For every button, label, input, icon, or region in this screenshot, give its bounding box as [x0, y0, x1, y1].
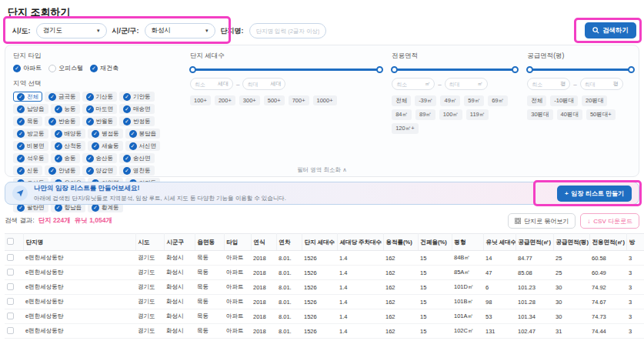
exclusive-area-slider-handle-max[interactable] — [512, 66, 519, 73]
region-chip[interactable]: ✓ 산척동 — [51, 141, 86, 151]
results-buttons: 단지로 묶어보기 ↓ CSV 다운로드 — [508, 213, 639, 229]
region-chip[interactable]: ✓ 봉담읍 — [125, 129, 161, 139]
household-slider-handle-max[interactable] — [376, 66, 383, 73]
region-chip[interactable]: ✓ 능동 — [51, 104, 80, 114]
quick-filter-chip[interactable]: -39㎡ — [415, 95, 436, 106]
region-chip[interactable]: ✓ 목동 — [13, 116, 42, 126]
collapse-filter-link[interactable]: 필터 영역 최소화 ∧ — [5, 166, 639, 174]
exclusive-area-slider-handle-min[interactable] — [391, 66, 398, 73]
quick-filter-chip[interactable]: 119㎡ — [466, 109, 489, 120]
table-row[interactable]: e편한세상동탄경기도화성시목동아파트20188.01.15261.4162151… — [5, 339, 644, 341]
table-cell: 109A㎡ — [452, 339, 483, 341]
type-checkbox[interactable]: ✓ 오피스텔 — [48, 64, 83, 72]
table-row[interactable]: e편한세상동탄경기도화성시목동아파트20188.01.15261.4162151… — [5, 324, 644, 339]
supply-area-slider-handle-max[interactable] — [628, 66, 635, 73]
region-chip[interactable]: ✓ 서신면 — [125, 141, 161, 151]
search-button-label: 검색하기 — [602, 26, 629, 35]
quick-filter-chip[interactable]: 200+ — [215, 95, 235, 105]
exclusive-area-min-input[interactable] — [396, 82, 416, 87]
quick-filter-chip[interactable]: 50평대+ — [586, 109, 616, 120]
quick-filter-chip[interactable]: 100㎡ — [439, 109, 462, 120]
table-row[interactable]: e편한세상동탄경기도화성시목동아파트20188.01.15261.4162151… — [5, 280, 644, 295]
region-chip[interactable]: ✓ 반월동 — [82, 116, 118, 126]
supply-area-slider-handle-min[interactable] — [526, 66, 533, 73]
row-checkbox-cell — [5, 280, 23, 295]
region-chip[interactable]: ✓ 새솔동 — [88, 141, 123, 151]
table-cell: 화성시 — [164, 324, 195, 339]
quick-filter-chip[interactable]: 300+ — [239, 95, 260, 105]
quick-filter-chip[interactable]: 89㎡ — [415, 109, 435, 120]
region-chip[interactable]: ✓ 반정동 — [119, 116, 155, 126]
quick-filter-chip[interactable]: 84㎡ — [392, 109, 412, 120]
quick-filter-chip[interactable]: 40평대 — [557, 109, 582, 120]
region-chip[interactable]: ✓ 병점동 — [88, 129, 123, 139]
quick-filter-chip[interactable]: 49㎡ — [440, 95, 460, 106]
supply-area-max-input[interactable] — [585, 82, 605, 87]
quick-filter-chip[interactable]: 500+ — [264, 95, 285, 105]
exclusive-area-max-input[interactable] — [449, 82, 469, 87]
create-route-list-button[interactable]: + 임장 리스트 만들기 — [557, 186, 632, 202]
csv-download-button[interactable]: ↓ CSV 다운로드 — [580, 213, 639, 229]
region-chip[interactable]: ✓ 석우동 — [13, 153, 48, 163]
table-row[interactable]: e편한세상동탄경기도화성시목동아파트20188.01.15261.4162151… — [5, 295, 644, 309]
type-checkbox[interactable]: ✓ 아파트 — [13, 64, 42, 72]
table-header-cell: 전용면적(㎡) — [589, 234, 626, 251]
region-chip[interactable]: ✓ 기안동 — [119, 92, 155, 102]
region-chip[interactable]: ✓ 기산동 — [82, 92, 118, 102]
table-cell: 25 — [553, 266, 589, 280]
row-checkbox[interactable] — [7, 313, 14, 319]
row-checkbox[interactable] — [7, 298, 14, 305]
quick-filter-chip[interactable]: 30평대 — [527, 109, 552, 120]
region-chip-label: 방교동 — [27, 130, 45, 138]
quick-filter-chip[interactable]: 120㎡+ — [392, 123, 418, 134]
region-chip[interactable]: ✓ 송산동 — [82, 153, 118, 163]
quick-filter-chip[interactable]: 700+ — [289, 95, 309, 105]
exclusive-area-label: 전용면적 — [392, 52, 518, 61]
region-chip[interactable]: ✓ 방교동 — [13, 129, 48, 139]
region-chip[interactable]: ✓ 전체 — [13, 92, 42, 102]
quick-filter-chip[interactable]: 100+ — [190, 95, 211, 105]
table-cell: 1526 — [302, 309, 337, 324]
household-slider-track[interactable] — [192, 69, 381, 71]
row-checkbox[interactable] — [7, 269, 14, 276]
region-chip[interactable]: ✓ 송산면 — [119, 153, 155, 163]
region-chip[interactable]: ✓ 비봉면 — [13, 141, 48, 151]
quick-filter-chip[interactable]: 20평대 — [582, 95, 607, 106]
region-chip[interactable]: ✓ 매송면 — [119, 104, 155, 114]
region-chip[interactable]: ✓ 배양동 — [51, 129, 86, 139]
region-chip[interactable]: ✓ 남양읍 — [13, 104, 48, 114]
table-cell: 8.01. — [276, 324, 302, 339]
table-row[interactable]: e편한세상동탄경기도화성시목동아파트20188.01.15261.4162151… — [5, 309, 644, 324]
complex-name-input[interactable] — [249, 23, 326, 38]
exclusive-area-slider-track[interactable] — [393, 69, 516, 71]
household-max-input[interactable] — [247, 82, 267, 87]
quick-filter-chip[interactable]: 69㎡ — [488, 95, 508, 106]
quick-filter-chip[interactable]: 전체 — [392, 95, 411, 106]
table-row[interactable]: e편한세상동탄경기도화성시목동아파트20188.01.15261.4162158… — [5, 251, 644, 266]
supply-area-slider-track[interactable] — [529, 69, 632, 71]
group-by-complex-button[interactable]: 단지로 묶어보기 — [508, 213, 576, 229]
sigungu-select[interactable]: 화성시 ▾ — [145, 23, 215, 38]
search-button[interactable]: 검색하기 — [585, 22, 636, 38]
table-cell: 15 — [418, 251, 452, 266]
region-chip[interactable]: ✓ 송동 — [51, 153, 80, 163]
table-row[interactable]: e편한세상동탄경기도화성시목동아파트20188.01.15261.4162158… — [5, 266, 644, 280]
select-all-checkbox[interactable] — [7, 238, 14, 245]
table-header-cell: 방 — [626, 234, 644, 251]
region-chip[interactable]: ✓ 금곡동 — [45, 92, 80, 102]
row-checkbox[interactable] — [7, 283, 14, 290]
supply-area-min-input[interactable] — [532, 82, 552, 87]
region-chip[interactable]: ✓ 마도면 — [82, 104, 118, 114]
row-checkbox[interactable] — [7, 327, 14, 334]
household-min-input[interactable] — [195, 82, 215, 87]
row-checkbox[interactable] — [7, 254, 14, 261]
quick-filter-chip[interactable]: 1000+ — [313, 95, 337, 105]
type-checkbox[interactable]: ✓ 재건축 — [90, 64, 118, 72]
sido-select[interactable]: 경기도 ▾ — [36, 23, 107, 38]
region-chip[interactable]: ✓ 반송동 — [45, 116, 80, 126]
quick-filter-chip[interactable]: 59㎡ — [464, 95, 484, 106]
quick-filter-chip[interactable]: 전체 — [527, 95, 546, 106]
check-circle-icon: ✓ — [17, 142, 25, 150]
household-slider-handle-min[interactable] — [189, 66, 196, 73]
quick-filter-chip[interactable]: -10평대 — [550, 95, 578, 106]
